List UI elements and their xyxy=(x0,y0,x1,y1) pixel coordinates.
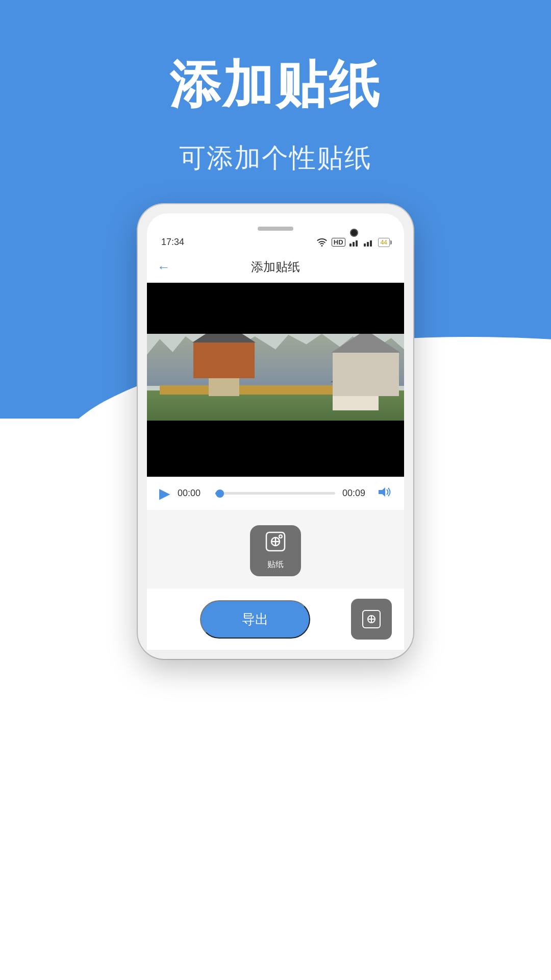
status-bar: 17:34 HD xyxy=(147,233,404,252)
svg-rect-1 xyxy=(353,242,355,247)
tools-area: 贴纸 xyxy=(147,510,404,589)
app-toolbar: ← 添加贴纸 xyxy=(147,252,404,283)
signal-icon-1 xyxy=(349,238,360,247)
toolbar-title: 添加贴纸 xyxy=(251,259,300,275)
playback-controls: ▶ 00:00 00:09 xyxy=(147,477,404,510)
sticker-tool-label: 贴纸 xyxy=(267,559,284,570)
phone-camera xyxy=(350,229,358,237)
time-current: 00:00 xyxy=(178,488,208,499)
volume-button[interactable] xyxy=(378,486,392,501)
add-sticker-bottom-button[interactable] xyxy=(351,599,392,640)
battery-indicator: 44 xyxy=(378,238,390,247)
status-time: 17:34 xyxy=(161,237,184,248)
bottom-bar: 导出 xyxy=(147,589,404,650)
progress-dot[interactable] xyxy=(216,489,224,498)
svg-rect-5 xyxy=(370,240,372,247)
play-button[interactable]: ▶ xyxy=(159,485,170,502)
sticker-tool-button[interactable]: 贴纸 xyxy=(250,525,301,576)
svg-rect-2 xyxy=(356,240,358,247)
phone-speaker xyxy=(258,227,293,231)
back-button[interactable]: ← xyxy=(157,259,170,275)
export-button[interactable]: 导出 xyxy=(200,600,310,639)
progress-bar[interactable] xyxy=(215,492,335,495)
svg-rect-3 xyxy=(364,243,366,247)
wifi-icon xyxy=(316,238,328,247)
hd-badge: HD xyxy=(332,238,345,247)
page-main-title: 添加贴纸 xyxy=(0,51,551,120)
video-frame xyxy=(147,334,404,421)
video-black-bottom xyxy=(147,421,404,477)
signal-icon-2 xyxy=(364,238,374,247)
time-end: 00:09 xyxy=(342,488,370,499)
sticker-add-icon xyxy=(265,531,286,556)
svg-rect-4 xyxy=(367,242,369,247)
page-sub-title: 可添加个性贴纸 xyxy=(0,140,551,176)
video-black-top xyxy=(147,283,404,334)
video-player xyxy=(147,283,404,477)
svg-marker-6 xyxy=(379,487,385,497)
svg-rect-0 xyxy=(349,243,352,247)
